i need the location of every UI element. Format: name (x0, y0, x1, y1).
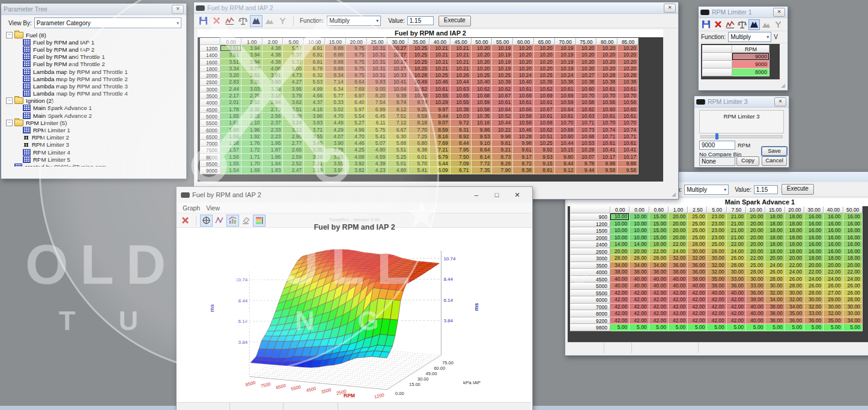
fuel-cell[interactable]: 3.94 (241, 59, 263, 66)
spark-cell[interactable]: 42.00 (669, 317, 688, 325)
fuel-cell[interactable]: 10.19 (492, 52, 513, 58)
column-header[interactable]: 25.00 (367, 38, 388, 45)
row-header[interactable]: 7000 (570, 304, 610, 311)
fuel-cell[interactable]: 10.38 (618, 79, 639, 85)
spark-cell[interactable]: 20.00 (746, 213, 765, 221)
spark-cell[interactable]: 24.00 (765, 262, 785, 269)
row-header[interactable]: 1600 (200, 59, 220, 66)
tree-item[interactable]: Lambda map by RPM and Throttle 4 (5, 90, 186, 97)
spark-cell[interactable]: 40.00 (746, 304, 765, 311)
fuel-cell[interactable]: 9.00 (367, 86, 388, 93)
fuel-cell[interactable]: 3.92 (346, 161, 367, 167)
spark-table[interactable]: 0.000.000.601.002.505.007.5010.0015.0020… (570, 206, 863, 331)
parameter-tree-titlebar[interactable]: Parameter Tree ✕ (1, 4, 186, 15)
spark-cell[interactable]: 16.00 (824, 213, 843, 221)
fuel-cell[interactable]: 10.71 (596, 133, 618, 140)
fuel-cell[interactable]: 4.38 (263, 59, 284, 66)
fuel-cell[interactable]: 10.56 (618, 99, 639, 106)
row-header[interactable]: 8000 (200, 154, 220, 161)
spark-cell[interactable]: 42.00 (630, 310, 649, 317)
fuel-cell[interactable]: 9.58 (618, 167, 639, 174)
fuel-cell[interactable]: 10.70 (555, 120, 576, 126)
spark-cell[interactable]: 38.00 (707, 283, 726, 290)
spark-cell[interactable]: 30.00 (824, 304, 843, 311)
spark-cell[interactable]: 24.00 (785, 269, 804, 276)
spark-cell[interactable]: 5.00 (630, 324, 649, 331)
spark-cell[interactable]: 38.00 (765, 310, 785, 317)
fuel-cell[interactable]: 8.64 (472, 147, 493, 153)
fuel-cell[interactable]: 8.59 (429, 127, 451, 133)
spark-cell[interactable]: 23.00 (707, 221, 726, 228)
spark-cell[interactable]: 30.00 (727, 269, 746, 276)
fuel-cell[interactable]: 10.68 (555, 127, 576, 133)
fuel-cell[interactable]: 5.37 (283, 59, 304, 66)
tree-item[interactable]: RPM Limiter 5 (5, 156, 186, 163)
fuel-cell[interactable]: 10.16 (472, 120, 493, 126)
tree-item[interactable]: πRPM Limiter 2 (5, 134, 186, 141)
fuel-cell[interactable]: 3.61 (241, 72, 263, 79)
row-header[interactable]: 1200 (200, 45, 220, 52)
spark-cell[interactable]: 35.00 (785, 310, 804, 317)
spark-cell[interactable]: 20.00 (746, 234, 765, 242)
spark-cell[interactable]: 16.00 (804, 241, 824, 248)
rpm-cell[interactable]: 9000 (732, 61, 769, 69)
spark-cell[interactable]: 42.00 (630, 304, 649, 311)
fuel-cell[interactable]: 3.51 (220, 45, 241, 52)
tree-item[interactable]: RPM Limiter 1 (5, 126, 186, 133)
graph-view-icon[interactable] (223, 15, 236, 27)
spark-cell[interactable]: 10.00 (630, 213, 649, 221)
spark-cell[interactable]: 38.00 (610, 269, 630, 276)
spark-cell[interactable]: 28.00 (630, 255, 649, 262)
fuel-cell[interactable]: 6.78 (304, 66, 325, 72)
spark-cell[interactable]: 32.00 (707, 262, 726, 269)
spark-cell[interactable]: 42.00 (630, 317, 649, 325)
fuel-cell[interactable]: 3.55 (304, 133, 325, 140)
fuel-cell[interactable]: 3.62 (283, 99, 304, 106)
fuel-cell[interactable]: 5.97 (346, 106, 367, 113)
resize-grip-icon[interactable]: ◢ (672, 191, 676, 197)
row-header[interactable]: 1200 (570, 221, 610, 228)
row-header[interactable]: 2000 (200, 72, 220, 79)
fuel-cell[interactable]: 3.90 (325, 140, 346, 147)
spark-cell[interactable]: 28.00 (746, 269, 765, 276)
spark-cell[interactable]: 42.00 (669, 290, 688, 297)
close-icon[interactable]: ✕ (773, 8, 785, 17)
fuel-cell[interactable]: 8.92 (451, 133, 472, 140)
fuel-cell[interactable]: 2.65 (283, 147, 304, 153)
column-header[interactable]: 15.00 (765, 206, 785, 213)
fuel-cell[interactable]: 10.22 (492, 127, 513, 133)
fuel-cell[interactable]: 10.71 (618, 133, 639, 140)
fuel-cell[interactable]: 3.20 (220, 72, 241, 79)
fuel-cell[interactable]: 10.66 (513, 106, 534, 113)
tree-item[interactable]: Main Spark Advance 2 (5, 112, 186, 119)
fuel-cell[interactable]: 10.61 (492, 99, 513, 106)
fuel-cell[interactable]: 10.28 (513, 133, 534, 140)
column-header[interactable]: 7.50 (727, 206, 746, 213)
spark-cell[interactable]: 5.00 (688, 324, 707, 331)
fuel-cell[interactable]: 3.94 (241, 52, 263, 58)
spark-cell[interactable]: 20.00 (669, 227, 688, 234)
spark-cell[interactable]: 42.00 (610, 290, 630, 297)
fuel-cell[interactable]: 10.56 (596, 99, 618, 106)
spark-cell[interactable]: 15.00 (649, 221, 669, 228)
fuel-cell[interactable]: 10.59 (555, 99, 576, 106)
spark-cell[interactable]: 14.00 (630, 241, 649, 248)
fuel-cell[interactable]: 3.77 (241, 66, 263, 72)
fuel-cell[interactable]: 1.57 (220, 147, 241, 153)
fuel-table[interactable]: 0.001.002.005.0010.0015.0020.0025.0030.0… (200, 38, 639, 174)
fuel-cell[interactable]: 10.19 (555, 59, 576, 66)
spark-cell[interactable]: 18.00 (765, 213, 785, 221)
spark-cell[interactable]: 38.00 (649, 269, 669, 276)
fuel-cell[interactable]: 10.41 (596, 147, 618, 153)
spark-cell[interactable]: 34.00 (630, 262, 649, 269)
fuel-cell[interactable]: 9.39 (387, 93, 408, 99)
spark-cell[interactable]: 10.00 (610, 221, 630, 228)
spark-cell[interactable]: 42.00 (727, 304, 746, 311)
spark-cell[interactable]: 32.00 (669, 255, 688, 262)
fuel-cell[interactable]: 10.52 (408, 86, 429, 93)
fuel-cell[interactable]: 5.00 (283, 66, 304, 72)
rpm-cell[interactable]: 9000 (732, 53, 769, 61)
spark-cell[interactable]: 20.00 (610, 248, 630, 255)
fuel-cell[interactable]: 10.20 (472, 52, 493, 58)
spark-cell[interactable]: 40.00 (649, 283, 669, 290)
